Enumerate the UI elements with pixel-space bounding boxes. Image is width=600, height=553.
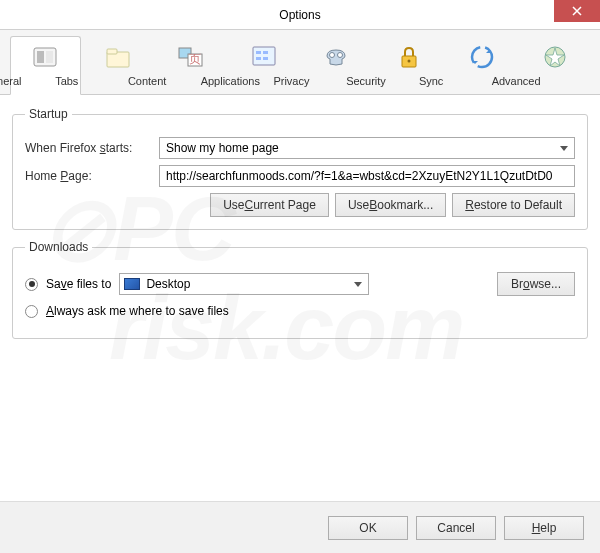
when-firefox-starts-label: When Firefox starts: — [25, 141, 151, 155]
downloads-group: Downloads Save files to Desktop Browse..… — [12, 240, 588, 339]
tab-label: Advanced — [492, 75, 600, 87]
general-icon — [29, 41, 61, 73]
downloads-legend: Downloads — [25, 240, 92, 254]
tab-advanced[interactable]: Advanced — [519, 36, 590, 94]
save-location-value: Desktop — [146, 277, 190, 291]
cancel-button[interactable]: Cancel — [416, 516, 496, 540]
svg-rect-4 — [107, 49, 117, 54]
svg-rect-8 — [253, 47, 275, 65]
security-icon — [393, 41, 425, 73]
svg-rect-1 — [37, 51, 44, 63]
homepage-label: Home Page: — [25, 169, 151, 183]
svg-text:页: 页 — [189, 52, 201, 66]
svg-rect-9 — [256, 51, 261, 54]
svg-point-14 — [338, 53, 343, 58]
always-ask-label: Always ask me where to save files — [46, 304, 229, 318]
options-content: Startup When Firefox starts: Show my hom… — [0, 95, 600, 351]
startup-legend: Startup — [25, 107, 72, 121]
save-files-to-label: Save files to — [46, 277, 111, 291]
dialog-footer: OK Cancel Help — [0, 501, 600, 553]
applications-icon — [248, 41, 280, 73]
startup-behavior-value: Show my home page — [166, 141, 279, 155]
titlebar: Options — [0, 0, 600, 30]
save-location-select[interactable]: Desktop — [119, 273, 369, 295]
use-current-page-button[interactable]: Use Current Page — [210, 193, 329, 217]
tabs-icon — [102, 41, 134, 73]
sync-icon — [466, 41, 498, 73]
privacy-icon — [320, 41, 352, 73]
startup-behavior-select[interactable]: Show my home page — [159, 137, 575, 159]
homepage-input[interactable] — [159, 165, 575, 187]
always-ask-radio[interactable] — [25, 305, 38, 318]
desktop-icon — [124, 278, 140, 290]
advanced-icon — [539, 41, 571, 73]
svg-rect-12 — [263, 57, 268, 60]
svg-rect-10 — [263, 51, 268, 54]
startup-group: Startup When Firefox starts: Show my hom… — [12, 107, 588, 230]
content-icon: 页 — [175, 41, 207, 73]
save-files-to-radio[interactable] — [25, 278, 38, 291]
svg-rect-2 — [46, 51, 53, 63]
browse-button[interactable]: Browse... — [497, 272, 575, 296]
close-button[interactable] — [554, 0, 600, 22]
options-toolbar: General Tabs 页 Content Applications Priv… — [0, 30, 600, 95]
help-button[interactable]: Help — [504, 516, 584, 540]
window-title: Options — [279, 8, 320, 22]
svg-point-16 — [408, 60, 411, 63]
svg-point-13 — [330, 53, 335, 58]
restore-default-button[interactable]: Restore to Default — [452, 193, 575, 217]
ok-button[interactable]: OK — [328, 516, 408, 540]
use-bookmark-button[interactable]: Use Bookmark... — [335, 193, 446, 217]
svg-rect-11 — [256, 57, 261, 60]
